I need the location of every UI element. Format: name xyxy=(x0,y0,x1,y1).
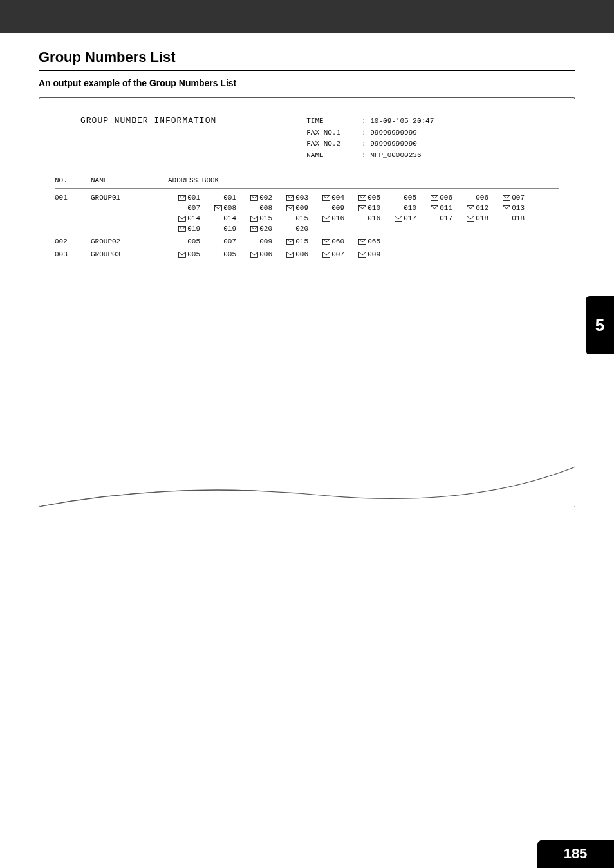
group-row: 003GROUP03005005006006007009 xyxy=(55,249,559,262)
address-number: 005 xyxy=(367,194,380,202)
address-number: 016 xyxy=(331,214,344,222)
address-entry: 005 xyxy=(168,250,204,258)
mail-icon xyxy=(178,195,186,201)
address-entry: 008 xyxy=(204,204,240,212)
address-number: 011 xyxy=(440,204,452,212)
mail-icon xyxy=(322,195,330,201)
address-number: 006 xyxy=(476,194,488,202)
address-entry: 007 xyxy=(168,204,204,212)
group-name: GROUP03 xyxy=(91,250,168,261)
address-number: 017 xyxy=(440,214,452,222)
meta-block: TIME : 10-09-'05 20:47 FAX NO.1 : 999999… xyxy=(306,116,434,161)
address-number: 001 xyxy=(187,194,200,202)
meta-name-label: NAME xyxy=(306,151,323,159)
address-entry: 014 xyxy=(168,214,204,222)
address-entry: 002 xyxy=(240,194,276,202)
subtitle: An output example of the Group Numbers L… xyxy=(39,78,575,88)
address-entry: 017 xyxy=(420,214,456,222)
address-entry: 020 xyxy=(276,225,312,232)
address-number: 005 xyxy=(404,194,416,202)
address-entry: 009 xyxy=(276,204,312,212)
address-number: 007 xyxy=(187,204,200,212)
address-number: 015 xyxy=(295,238,308,245)
mail-icon xyxy=(322,252,330,258)
group-no: 001 xyxy=(55,194,91,235)
group-name: GROUP02 xyxy=(91,238,168,248)
mail-icon xyxy=(178,216,186,222)
address-number: 018 xyxy=(512,214,525,222)
address-entry: 006 xyxy=(420,194,456,202)
group-name: GROUP01 xyxy=(91,194,168,235)
chapter-tab: 5 xyxy=(586,296,614,354)
address-entry: 019 xyxy=(168,225,204,232)
meta-fax1-label: FAX NO.1 xyxy=(306,129,340,137)
output-frame: GROUP NUMBER INFORMATION TIME : 10-09-'0… xyxy=(39,97,575,507)
address-entry: 012 xyxy=(456,204,492,212)
address-entry: 015 xyxy=(276,238,312,245)
entries-wrap: 005007009015060065 xyxy=(168,238,559,248)
mail-icon xyxy=(214,205,222,211)
address-number: 007 xyxy=(512,194,525,202)
address-number: 005 xyxy=(187,250,200,258)
page-content: Group Numbers List An output example of … xyxy=(0,33,614,507)
address-entry: 020 xyxy=(240,225,276,232)
address-entry: 018 xyxy=(456,214,492,222)
mail-icon xyxy=(178,226,186,232)
address-number: 008 xyxy=(223,204,236,212)
page-curl-curve xyxy=(39,449,575,507)
address-entry: 004 xyxy=(312,194,348,202)
mail-icon xyxy=(503,205,510,211)
mail-icon xyxy=(431,195,438,201)
group-no: 002 xyxy=(55,238,91,248)
address-entry: 005 xyxy=(168,238,204,245)
address-number: 017 xyxy=(404,214,416,222)
top-bar xyxy=(0,0,614,33)
address-number: 065 xyxy=(367,238,380,245)
meta-time-label: TIME xyxy=(306,117,323,125)
address-number: 015 xyxy=(295,214,308,222)
mail-icon xyxy=(178,252,186,258)
mail-icon xyxy=(467,216,474,222)
address-number: 013 xyxy=(512,204,525,212)
mail-icon xyxy=(286,252,294,258)
report-header: GROUP NUMBER INFORMATION TIME : 10-09-'0… xyxy=(80,116,559,161)
meta-time: TIME : 10-09-'05 20:47 xyxy=(306,116,434,127)
address-number: 016 xyxy=(367,214,380,222)
address-number: 008 xyxy=(259,204,272,212)
mail-icon xyxy=(286,195,294,201)
mail-icon xyxy=(503,195,510,201)
address-entry: 019 xyxy=(204,225,240,232)
address-number: 010 xyxy=(404,204,416,212)
address-entry: 010 xyxy=(384,204,420,212)
groups-container: 001GROUP01001001002003004005005006006007… xyxy=(55,193,559,262)
address-entry: 060 xyxy=(312,238,348,245)
mail-icon xyxy=(322,216,330,222)
address-entry: 009 xyxy=(312,204,348,212)
address-entry: 015 xyxy=(240,214,276,222)
address-entry: 065 xyxy=(348,238,384,245)
mail-icon xyxy=(250,195,258,201)
mail-icon xyxy=(322,239,330,245)
address-number: 015 xyxy=(259,214,272,222)
address-number: 010 xyxy=(367,204,380,212)
address-entry: 001 xyxy=(168,194,204,202)
address-entry: 006 xyxy=(240,250,276,258)
mail-icon xyxy=(358,195,366,201)
entries-wrap: 005005006006007009 xyxy=(168,250,559,261)
mail-icon xyxy=(286,205,294,211)
col-name-header: NAME xyxy=(91,176,168,184)
address-number: 005 xyxy=(187,238,200,245)
address-number: 019 xyxy=(223,225,236,232)
address-number: 020 xyxy=(259,225,272,232)
table-header-row: NO. NAME ADDRESS BOOK xyxy=(55,176,559,187)
entries-wrap: 0010010020030040050050060060070070080080… xyxy=(168,194,559,235)
address-number: 019 xyxy=(187,225,200,232)
meta-name-value: : MFP_00000236 xyxy=(362,151,421,159)
report-title: GROUP NUMBER INFORMATION xyxy=(80,116,216,161)
address-entry: 016 xyxy=(312,214,348,222)
address-entry: 016 xyxy=(348,214,384,222)
address-number: 002 xyxy=(259,194,272,202)
mail-icon xyxy=(358,239,366,245)
address-entry: 005 xyxy=(384,194,420,202)
group-row: 001GROUP01001001002003004005005006006007… xyxy=(55,193,559,236)
